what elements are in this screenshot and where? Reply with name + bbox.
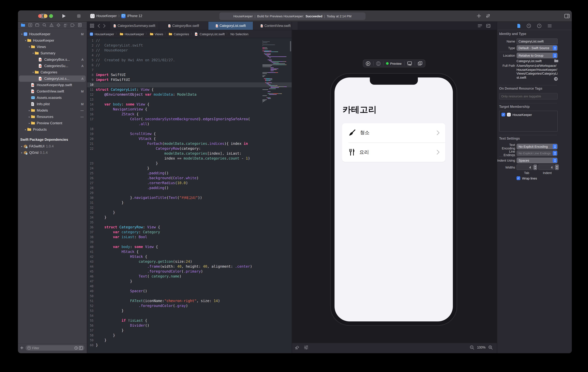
navigator-tab-diamond-icon[interactable]: [56, 23, 61, 27]
navigator-tab-grid-icon[interactable]: [35, 23, 39, 27]
navigator-tab-warning-icon[interactable]: [49, 23, 53, 27]
line-endings-dropdown[interactable]: No Explicit Line Endings: [516, 150, 558, 156]
code-line-8[interactable]: 8import SwiftUI: [87, 72, 292, 78]
zoom-out-icon[interactable]: [470, 345, 474, 350]
tree-item-models[interactable]: ▸Models—: [19, 107, 86, 114]
code-line-3[interactable]: 3// HouseKeeper: [87, 48, 292, 53]
indent-using-dropdown[interactable]: Spaces: [516, 158, 558, 163]
code-line-44[interactable]: 44 .frame(width: 40, height: 40, alignme…: [87, 264, 292, 269]
tree-item-categoriessu-[interactable]: CategoriesSu...A: [19, 63, 86, 69]
attributes-inspector-tab[interactable]: [547, 24, 552, 28]
go-back-icon[interactable]: [97, 24, 100, 28]
code-line-48[interactable]: 48: [87, 284, 292, 289]
tree-item-contentview-swift[interactable]: ContentView.swiftM: [19, 88, 86, 94]
add-file-icon[interactable]: [20, 346, 23, 350]
text-encoding-dropdown[interactable]: No Explicit Encoding: [516, 144, 558, 150]
odr-tags-input[interactable]: [499, 93, 558, 100]
disclosure-icon[interactable]: ▸: [28, 115, 31, 118]
tree-item-package-qgrid[interactable]: ▸QGrid0.1.4: [19, 150, 86, 156]
code-line-40[interactable]: 40 var body: some View {: [87, 244, 292, 250]
tree-item-categorybox-s-[interactable]: CategoryBox.s...A: [19, 56, 86, 63]
location-dropdown[interactable]: Relative to Group: [516, 53, 558, 58]
zoom-window-button[interactable]: [49, 14, 53, 18]
tree-item-products[interactable]: ▸Products: [19, 126, 86, 133]
tree-item-housekeeper[interactable]: ▾HouseKeeperM: [19, 31, 86, 37]
navigator-tab-folder-icon[interactable]: [21, 23, 25, 27]
disclosure-icon[interactable]: ▸: [20, 151, 23, 154]
code-line-55[interactable]: 55 if !isLast {: [87, 318, 292, 323]
code-line-5[interactable]: 5// Created by Hwi Ahn on 2021/02/27.: [87, 58, 292, 63]
code-line-15[interactable]: 15 NavigationView {: [87, 107, 292, 112]
code-line-24[interactable]: 24 }: [87, 166, 292, 171]
code-line-25[interactable]: 25 .padding(): [87, 171, 292, 176]
code-line-43[interactable]: 43 category.getIcon(size:24): [87, 259, 292, 264]
scheme-selector[interactable]: HouseKeeper 〉 iPhone 12: [90, 13, 142, 19]
code-line-30[interactable]: 30 }.navigationTitle(Text("카테고리")): [87, 195, 292, 200]
quick-help-inspector-tab[interactable]: ?: [537, 24, 541, 28]
preview-on-device-icon[interactable]: [376, 61, 380, 66]
code-review-icon[interactable]: [485, 13, 491, 19]
code-line-4[interactable]: 4//: [87, 53, 292, 58]
disclosure-icon[interactable]: ▸: [28, 122, 31, 124]
wrap-lines-checkbox[interactable]: ✓: [516, 176, 520, 180]
type-dropdown[interactable]: Default - Swift Source: [516, 45, 558, 51]
code-line-wrap[interactable]: .all): [87, 122, 292, 127]
device-settings-icon[interactable]: [407, 61, 412, 66]
code-line-16[interactable]: 16 ZStack {: [87, 112, 292, 117]
breadcrumb-item-housekeeper[interactable]: HouseKeeper: [90, 32, 114, 36]
filter-input[interactable]: Filter: [25, 345, 84, 351]
code-line-18[interactable]: 18: [87, 127, 292, 131]
code-line-23[interactable]: 23 }: [87, 161, 292, 166]
code-line-22[interactable]: 22 CategoryRow(category:: [87, 146, 292, 151]
run-button[interactable]: [62, 13, 66, 19]
editor-options-icon[interactable]: [478, 24, 482, 28]
code-line-28[interactable]: 28 .padding(): [87, 186, 292, 191]
add-editor-icon[interactable]: [486, 24, 491, 28]
code-line-wrap[interactable]: index == modelData.categories.count - 1): [87, 156, 292, 161]
code-line-52[interactable]: 52 .foregroundColor(.gray): [87, 303, 292, 308]
breadcrumb-item-views[interactable]: Views: [150, 32, 163, 36]
code-line-50[interactable]: 50: [87, 294, 292, 299]
code-line-42[interactable]: 42 HStack {: [87, 254, 292, 259]
code-line-2[interactable]: 2// CategoryList.swift: [87, 43, 292, 48]
code-line-19[interactable]: 19 ScrollView {: [87, 131, 292, 136]
code-line-35[interactable]: 35: [87, 220, 292, 225]
tree-item-package-faswiftui[interactable]: ▸FASwiftUI1.0.4: [19, 143, 86, 150]
code-editor[interactable]: 1//2// CategoryList.swift3// HouseKeeper…: [87, 38, 292, 353]
code-line-54[interactable]: 54: [87, 313, 292, 318]
tree-item-assets-xcassets[interactable]: Assets.xcassets: [19, 94, 86, 101]
code-line-46[interactable]: 46 Text( category.name): [87, 274, 292, 279]
source-control-status-icon[interactable]: [79, 346, 83, 350]
reveal-folder-icon[interactable]: [554, 59, 558, 62]
activity-status[interactable]: HouseKeeper | Build for Previews HouseKe…: [219, 12, 366, 20]
navigator-tab-x-square-icon[interactable]: [28, 23, 32, 27]
breadcrumb-item-housekeeper[interactable]: HouseKeeper: [120, 32, 144, 36]
editor-tab-categoriessummary-swift[interactable]: CategoriesSummary.swift: [110, 22, 159, 30]
disclosure-icon[interactable]: ▸: [20, 145, 23, 148]
file-inspector-tab[interactable]: [517, 24, 521, 28]
toggle-right-sidebar-icon[interactable]: [564, 13, 570, 19]
code-line-27[interactable]: 27 .cornerRadius(10.0): [87, 181, 292, 186]
breadcrumb-item-categorylist-swift[interactable]: CategoryList.swift: [195, 32, 225, 36]
code-line-29[interactable]: 29: [87, 191, 292, 195]
code-line-9[interactable]: 9import FASwiftUI: [87, 78, 292, 82]
pin-preview-icon[interactable]: [295, 345, 299, 350]
editor-tab-categorylist-swift[interactable]: CategoryList.swift: [208, 22, 253, 30]
tree-item-housekeeper[interactable]: ▾HouseKeeper: [19, 37, 86, 44]
navigator-tab-report-icon[interactable]: [78, 23, 82, 27]
name-field[interactable]: [516, 39, 558, 44]
code-line-37[interactable]: 37 var category: Category: [87, 230, 292, 235]
code-line-1[interactable]: 1//: [87, 38, 292, 43]
tab-width-stepper[interactable]: [533, 164, 537, 170]
code-line-57[interactable]: 57 }: [87, 328, 292, 333]
tree-item-preview-content[interactable]: ▸Preview Content: [19, 120, 86, 126]
code-line-14[interactable]: 14 var body: some View {: [87, 102, 292, 107]
code-line-60[interactable]: 60}: [87, 343, 292, 348]
target-row[interactable]: ✓ HouseKeeper: [499, 111, 557, 117]
code-line-51[interactable]: 51 FAText(iconName:"chevron-right", size…: [87, 299, 292, 303]
tree-item-housekeeperapp-swift[interactable]: HouseKeeperApp.swift: [19, 82, 86, 88]
code-line-6[interactable]: 6//: [87, 63, 292, 68]
indent-width-stepper[interactable]: [555, 164, 559, 170]
toggle-left-sidebar-icon[interactable]: [41, 13, 46, 19]
category-row-요리[interactable]: 요리: [342, 143, 445, 162]
